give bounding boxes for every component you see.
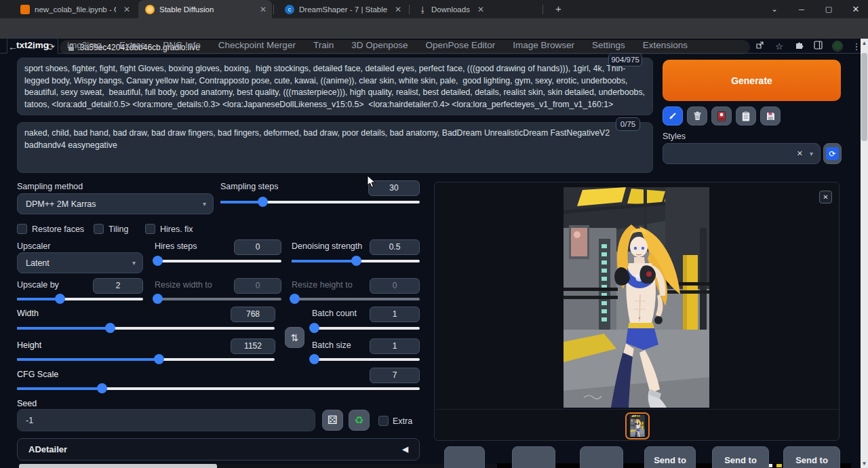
tab-train[interactable]: Train [304,38,342,53]
upscale-by-value[interactable]: 2 [93,278,143,294]
tab-close-icon[interactable]: ✕ [477,5,484,14]
hires-steps-slider[interactable] [155,256,281,266]
sampling-steps-slider[interactable] [220,197,420,207]
tab-extensions[interactable]: Extensions [634,38,696,53]
swap-dimensions-button[interactable]: ⇅ [285,327,304,348]
batch-count-slider[interactable] [312,323,420,333]
batch-size-label: Batch size [312,340,351,350]
clear-prompt-button[interactable] [687,106,707,125]
scroll-up-arrow[interactable]: ▲ [861,39,868,47]
resize-height-label: Resize height to [292,280,353,290]
height-slider[interactable] [17,354,275,364]
tab-close-icon[interactable]: ✕ [260,5,267,14]
generated-image[interactable] [564,187,709,408]
download-icon: ⭳ [419,5,427,14]
restore-faces-label: Restore faces [32,225,84,234]
tab-txt2img[interactable]: txt2img [7,37,58,54]
save-style-button[interactable] [760,106,781,125]
random-seed-button[interactable]: ⚄ [322,410,343,431]
clear-styles-icon[interactable]: ✕ [797,149,803,158]
height-label: Height [17,340,41,350]
browser-tab-title: DreamShaper - 7 | Stable Diffusio [299,5,387,14]
tab-extras[interactable]: Extras [111,38,154,53]
upscaler-value: Latent [26,258,50,268]
tiling-checkbox[interactable] [94,224,104,234]
swap-icon: ⇅ [291,332,299,343]
page-scrollbar-thumb[interactable] [861,53,867,141]
batch-size-slider[interactable] [312,354,420,364]
tab-close-icon[interactable]: ✕ [395,5,401,14]
upscale-by-slider[interactable] [17,294,143,304]
seed-extra-checkbox[interactable] [378,416,389,426]
hires-fix-checkbox[interactable] [145,224,155,234]
restore-faces-checkbox[interactable] [17,224,27,234]
adetailer-accordion[interactable]: ADetailer ◀ [17,438,420,461]
civitai-icon: c [285,5,294,14]
tab-3d-openpose[interactable]: 3D Openpose [342,38,416,53]
dice-icon: ⚄ [328,413,338,427]
close-preview-button[interactable]: ✕ [819,191,832,203]
trash-icon [693,111,702,121]
tab-openpose-editor[interactable]: OpenPose Editor [416,38,504,53]
tab-checkpoint-merger[interactable]: Checkpoint Merger [210,38,304,53]
browser-tab-colab[interactable]: new_colab_file.ipynb - Colaborat ✕ [14,0,136,18]
browser-toolbar: ← → ⟳ 3a59ec42041dbb46cb.gradio.live ☆ ⋮ [0,18,868,39]
window-minimize-button[interactable]: ─ [788,0,815,18]
browser-tab-title: Stable Diffusion [159,5,214,14]
send-to-img2img-button[interactable]: Send to [644,446,696,468]
scroll-down-arrow[interactable]: ▼ [861,459,868,468]
seed-input[interactable] [17,409,315,431]
clipped-section-bar [19,464,217,468]
chevron-down-icon: ▾ [203,200,206,208]
browser-tab-strip: new_colab_file.ipynb - Colaborat ✕ Stabl… [0,0,868,18]
sampling-steps-label: Sampling steps [220,182,278,191]
apply-styles-button[interactable] [736,106,756,125]
upscaler-dropdown[interactable]: Latent ▾ [17,252,143,273]
save-button[interactable] [444,446,485,468]
width-label: Width [17,309,39,318]
extra-networks-button[interactable] [711,106,732,125]
tab-img2img[interactable]: img2img [58,38,111,53]
tab-settings[interactable]: Settings [583,38,634,53]
refresh-styles-button[interactable]: ⟳ [823,143,842,164]
tab-png-info[interactable]: PNG Info [154,38,210,53]
sampling-method-dropdown[interactable]: DPM++ 2M Karras ▾ [17,193,214,214]
negative-prompt-input[interactable]: naked, child, bad hand, bad draw, bad dr… [17,122,653,173]
batch-count-label: Batch count [312,309,357,318]
zip-button[interactable] [512,446,555,468]
floppy-save-icon [766,112,775,121]
reuse-seed-button[interactable]: ♻ [349,410,370,431]
desktop-screen: new_colab_file.ipynb - Colaborat ✕ Stabl… [0,0,868,468]
prompt-input[interactable]: sport shoes, fighter, fight, fight Glove… [17,58,653,115]
new-tab-button[interactable]: + [553,3,564,15]
window-close-button[interactable]: ✕ [842,0,868,18]
width-value[interactable]: 768 [231,307,275,322]
paste-params-button[interactable] [663,106,683,125]
hires-steps-value[interactable]: 0 [234,239,281,255]
generate-button[interactable]: Generate [663,60,841,101]
tab-image-browser[interactable]: Image Browser [504,38,583,53]
gallery-thumbnail-selected[interactable] [625,412,650,440]
batch-count-value[interactable]: 1 [370,307,420,322]
browser-tab-dreamshaper[interactable]: c DreamShaper - 7 | Stable Diffusio ✕ [278,0,407,18]
styles-dropdown[interactable]: ✕ ▾ [663,143,821,164]
batch-size-value[interactable]: 1 [370,338,420,354]
cfg-scale-value[interactable]: 7 [370,368,420,383]
resize-height-slider [292,294,420,304]
tab-search-chevron-icon[interactable]: ⌄ [761,0,788,18]
send-to-extras-button[interactable]: Send to [783,446,840,468]
denoising-value[interactable]: 0.5 [370,239,420,255]
card-icon [717,111,726,121]
height-value[interactable]: 1152 [231,338,275,354]
browser-tab-downloads[interactable]: ⭳ Downloads ✕ [412,0,541,18]
tab-close-icon[interactable]: ✕ [123,5,130,14]
send-to-inpaint-button[interactable]: Send to [712,446,769,468]
cfg-scale-slider[interactable] [17,383,420,393]
action-button[interactable] [580,446,623,468]
denoising-slider[interactable] [292,256,420,266]
browser-tab-stable-diffusion[interactable]: Stable Diffusion ✕ [138,0,272,18]
tiling-label: Tiling [108,225,128,234]
window-maximize-button[interactable]: ▢ [815,0,842,18]
width-slider[interactable] [17,323,275,333]
denoising-label: Denoising strength [292,241,362,251]
